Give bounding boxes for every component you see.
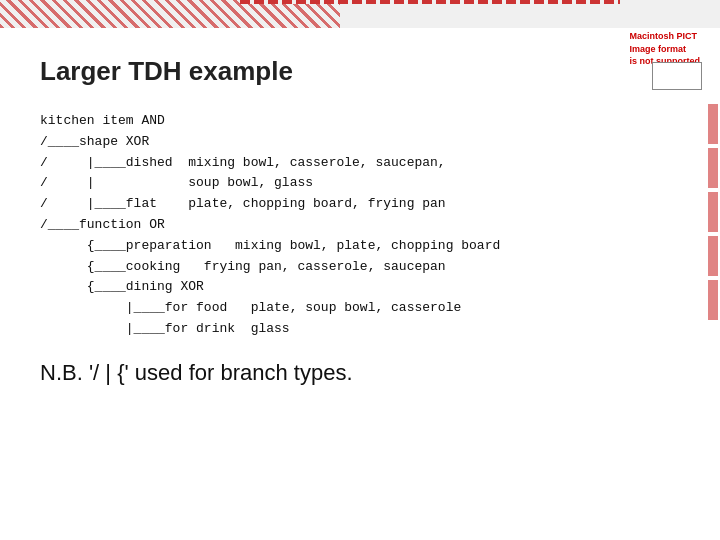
code-line-7: {____preparation mixing bowl, plate, cho…	[40, 238, 500, 253]
bar-segment	[708, 148, 718, 188]
code-line-6: /____function OR	[40, 217, 165, 232]
code-line-2: /____shape XOR	[40, 134, 149, 149]
bar-segment	[708, 192, 718, 232]
banner-line	[240, 0, 620, 4]
bar-segment	[708, 104, 718, 144]
bar-segment	[708, 280, 718, 320]
main-content: Larger TDH example kitchen item AND /___…	[40, 40, 700, 500]
code-line-9: {____dining XOR	[40, 279, 204, 294]
page-title: Larger TDH example	[40, 56, 700, 87]
banner-stripes	[0, 0, 340, 28]
bar-segment	[708, 236, 718, 276]
code-line-3: / |____dished mixing bowl, casserole, sa…	[40, 155, 446, 170]
code-line-11: |____for drink glass	[40, 321, 290, 336]
code-line-1: kitchen item AND	[40, 113, 165, 128]
code-line-5: / |____flat plate, chopping board, fryin…	[40, 196, 446, 211]
nb-note: N.B. '/ | {' used for branch types.	[40, 360, 700, 386]
code-block: kitchen item AND /____shape XOR / |____d…	[40, 111, 700, 340]
code-line-10: |____for food plate, soup bowl, casserol…	[40, 300, 461, 315]
right-decorative-bar	[706, 100, 720, 420]
code-line-8: {____cooking frying pan, casserole, sauc…	[40, 259, 446, 274]
top-banner	[0, 0, 720, 28]
code-line-4: / | soup bowl, glass	[40, 175, 313, 190]
